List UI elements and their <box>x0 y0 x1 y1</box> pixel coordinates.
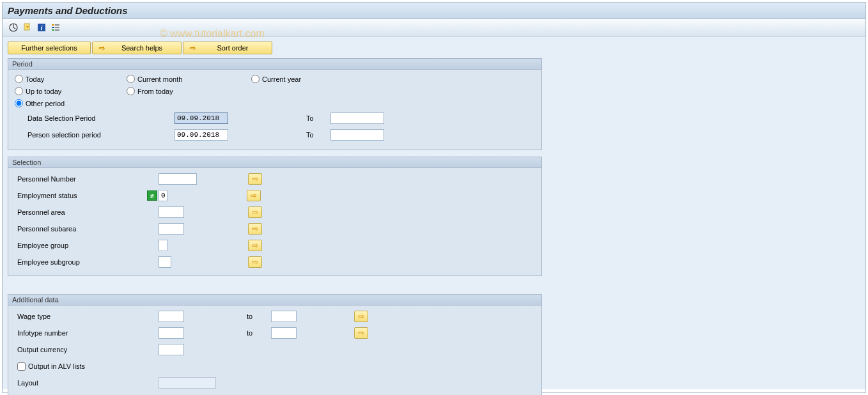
sort-order-button[interactable]: ⇨ Sort order <box>183 42 272 54</box>
further-selections-button[interactable]: Further selections <box>8 42 91 54</box>
svg-rect-7 <box>52 27 54 28</box>
radio-from-today[interactable]: From today <box>127 87 251 95</box>
multi-select-button[interactable]: ⇨ <box>247 190 261 201</box>
wage-type-label: Wage type <box>15 313 159 320</box>
radio-today-label: Today <box>26 75 44 83</box>
layout-input[interactable] <box>159 377 216 389</box>
radio-current-month-label: Current month <box>137 75 182 83</box>
employee-subgroup-label: Employee subgroup <box>15 258 159 266</box>
to-label-wage: to <box>247 313 271 320</box>
multi-select-button[interactable]: ⇨ <box>248 240 262 251</box>
arrow-right-icon: ⇨ <box>189 44 196 52</box>
radio-current-month[interactable]: Current month <box>127 75 251 83</box>
personnel-number-input[interactable] <box>159 173 197 185</box>
data-selection-period-to-input[interactable] <box>330 112 384 124</box>
employee-group-label: Employee group <box>15 242 159 249</box>
multi-select-button[interactable]: ⇨ <box>248 256 262 268</box>
execute-icon[interactable] <box>8 22 19 33</box>
radio-other-period-label: Other period <box>26 100 65 107</box>
personnel-subarea-label: Personnel subarea <box>15 225 159 233</box>
svg-line-2 <box>13 27 15 29</box>
wage-type-to-input[interactable] <box>271 311 297 322</box>
output-currency-input[interactable] <box>159 344 184 355</box>
infotype-number-label: Infotype number <box>15 329 159 337</box>
multi-select-button[interactable]: ⇨ <box>248 223 262 235</box>
personnel-area-input[interactable] <box>159 206 184 218</box>
get-variant-icon[interactable] <box>22 22 33 33</box>
personnel-subarea-input[interactable] <box>159 223 184 235</box>
additional-data-groupbox: Additional data Wage type to ⇨ Infotype … <box>8 294 542 395</box>
employment-status-label: Employment status <box>15 192 147 199</box>
output-currency-label: Output currency <box>15 346 159 353</box>
to-label-infotype: to <box>247 329 271 337</box>
radio-up-to-today-label: Up to today <box>26 88 61 95</box>
multi-select-button[interactable]: ⇨ <box>354 311 368 322</box>
to-label: To <box>306 114 330 122</box>
employee-group-input[interactable] <box>159 240 167 251</box>
additional-data-legend: Additional data <box>8 295 541 306</box>
app-toolbar: i <box>3 19 865 36</box>
person-selection-period-label: Person selection period <box>15 131 174 139</box>
radio-other-period[interactable]: Other period <box>15 99 65 107</box>
layout-label: Layout <box>15 379 159 387</box>
infotype-number-from-input[interactable] <box>159 327 184 339</box>
personnel-number-label: Personnel Number <box>15 175 159 183</box>
sort-order-label: Sort order <box>199 44 267 52</box>
multi-select-button[interactable]: ⇨ <box>248 173 262 185</box>
period-legend: Period <box>8 59 541 70</box>
search-helps-button[interactable]: ⇨ Search helps <box>92 42 182 54</box>
person-selection-period-from-input[interactable] <box>174 129 228 141</box>
page-title: Payments and Deductions <box>3 3 865 19</box>
output-alv-checkbox[interactable] <box>17 362 26 371</box>
data-selection-period-from-input[interactable] <box>174 112 228 124</box>
output-alv-label: Output in ALV lists <box>28 362 85 370</box>
selection-buttons-row: Further selections ⇨ Search helps ⇨ Sort… <box>8 42 860 54</box>
svg-rect-6 <box>52 24 54 26</box>
employee-subgroup-input[interactable] <box>159 256 171 268</box>
radio-from-today-label: From today <box>137 88 173 95</box>
info-icon[interactable]: i <box>36 22 47 33</box>
multi-select-button[interactable]: ⇨ <box>248 206 262 218</box>
personnel-area-label: Personnel area <box>15 208 159 216</box>
radio-current-year-label: Current year <box>262 75 301 83</box>
selection-legend: Selection <box>8 157 541 168</box>
list-icon[interactable] <box>50 22 61 33</box>
radio-up-to-today[interactable]: Up to today <box>15 87 127 95</box>
employment-status-input[interactable] <box>159 190 167 201</box>
selection-groupbox: Selection Personnel Number ⇨ Employment … <box>8 157 542 276</box>
radio-today[interactable]: Today <box>15 75 127 83</box>
not-equal-icon[interactable]: ≠ <box>147 190 157 201</box>
to-label-2: To <box>306 131 330 139</box>
period-groupbox: Period Today Current month Current year … <box>8 58 542 150</box>
search-helps-label: Search helps <box>108 44 176 52</box>
svg-rect-9 <box>55 24 59 26</box>
data-selection-period-label: Data Selection Period <box>15 114 174 122</box>
arrow-right-icon: ⇨ <box>98 44 105 52</box>
svg-rect-11 <box>55 29 59 31</box>
svg-rect-10 <box>55 27 59 28</box>
multi-select-button[interactable]: ⇨ <box>354 327 368 339</box>
svg-rect-8 <box>52 29 54 31</box>
radio-current-year[interactable]: Current year <box>251 75 366 83</box>
infotype-number-to-input[interactable] <box>271 327 297 339</box>
wage-type-from-input[interactable] <box>159 311 184 322</box>
person-selection-period-to-input[interactable] <box>330 129 384 141</box>
